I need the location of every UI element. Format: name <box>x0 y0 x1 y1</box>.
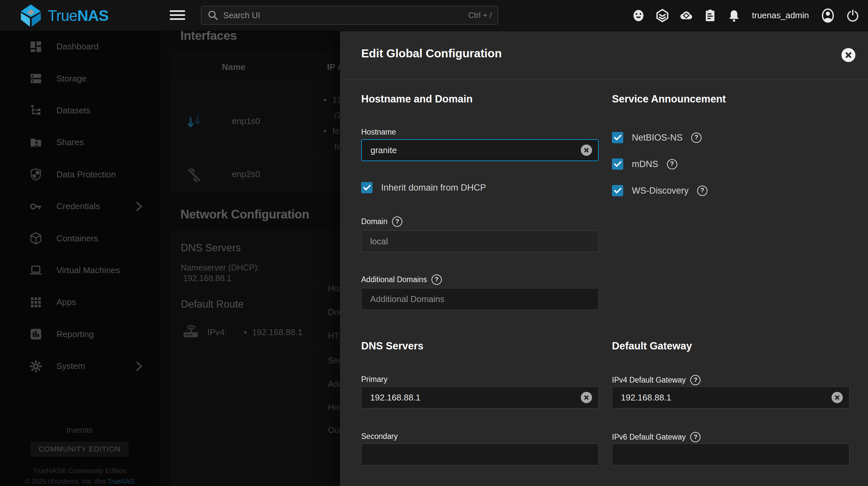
section-default-gateway: Default Gateway <box>612 340 692 352</box>
hostname-field-wrap <box>361 139 599 161</box>
help-icon[interactable] <box>691 133 702 143</box>
ipv6-gateway-label: IPv6 Default Gateway <box>612 432 701 442</box>
close-icon[interactable] <box>841 48 856 62</box>
secondary-dns-field-wrap <box>361 444 599 465</box>
secondary-dns-label: Secondary <box>361 432 398 441</box>
additional-domains-input[interactable] <box>361 288 599 310</box>
power-icon[interactable] <box>846 9 859 22</box>
jobs-clipboard-icon[interactable] <box>704 9 717 22</box>
section-hostname-domain: Hostname and Domain <box>361 93 473 105</box>
truenas-logo-icon <box>19 4 42 27</box>
feedback-smiley-icon[interactable] <box>632 9 645 22</box>
truenas-screen: TrueNAS Search UI Ctrl + / <box>0 0 868 486</box>
search-icon <box>207 10 219 21</box>
modal-backdrop[interactable] <box>0 31 340 486</box>
search-input[interactable]: Search UI Ctrl + / <box>201 6 498 25</box>
ipv6-gateway-input[interactable] <box>612 444 849 465</box>
menu-toggle-icon[interactable] <box>170 10 185 21</box>
netbios-checkbox-row[interactable]: NetBIOS-NS <box>612 132 702 143</box>
mdns-checkbox[interactable] <box>612 159 623 170</box>
domain-field-wrap <box>361 230 599 252</box>
topbar-actions: truenas_admin <box>632 0 859 31</box>
domain-input[interactable] <box>361 230 599 252</box>
help-icon[interactable] <box>690 432 701 442</box>
primary-dns-field-wrap <box>361 387 599 409</box>
topbar: TrueNAS Search UI Ctrl + / <box>0 0 868 31</box>
ws-discovery-checkbox[interactable] <box>612 185 623 196</box>
alerts-bell-icon[interactable] <box>727 9 741 22</box>
netbios-checkbox[interactable] <box>612 132 623 143</box>
clear-primary-dns-icon[interactable] <box>581 392 592 403</box>
ipv4-gateway-input[interactable] <box>612 387 849 409</box>
primary-dns-input[interactable] <box>361 387 599 409</box>
ws-discovery-checkbox-row[interactable]: WS-Discovery <box>612 185 708 196</box>
search-placeholder: Search UI <box>223 10 260 20</box>
inherit-domain-checkbox-row[interactable]: Inherit domain from DHCP <box>361 182 486 193</box>
truenas-logo[interactable]: TrueNAS <box>19 4 108 27</box>
help-icon[interactable] <box>690 375 701 385</box>
help-icon[interactable] <box>392 217 402 227</box>
hostname-label: Hostname <box>361 128 396 137</box>
inherit-domain-checkbox[interactable] <box>361 182 372 193</box>
additional-domains-field-wrap <box>361 288 599 310</box>
section-service-announcement: Service Announcement <box>612 93 726 105</box>
username-label: truenas_admin <box>752 10 809 21</box>
clear-hostname-icon[interactable] <box>581 144 592 156</box>
help-icon[interactable] <box>667 159 677 169</box>
help-icon[interactable] <box>697 186 708 196</box>
user-avatar-icon[interactable] <box>820 8 836 23</box>
help-icon[interactable] <box>432 274 442 285</box>
clear-ipv4-gateway-icon[interactable] <box>832 392 843 403</box>
section-dns-servers: DNS Servers <box>361 340 424 352</box>
ipv6-gateway-field-wrap <box>612 444 849 465</box>
truecommand-cloud-icon[interactable] <box>680 9 693 22</box>
search-shortcut: Ctrl + / <box>468 10 492 20</box>
ix-stack-icon[interactable] <box>656 9 669 22</box>
modal-header-divider <box>340 79 868 79</box>
additional-domains-label: Additional Domains <box>361 274 442 285</box>
ipv4-gateway-label: IPv4 Default Gateway <box>612 375 701 385</box>
brand-text: TrueNAS <box>48 7 108 25</box>
edit-global-configuration-modal: Edit Global Configuration Hostname and D… <box>340 31 868 486</box>
primary-dns-label: Primary <box>361 375 388 384</box>
modal-title: Edit Global Configuration <box>361 47 502 60</box>
mdns-checkbox-row[interactable]: mDNS <box>612 159 677 170</box>
hostname-input[interactable] <box>361 139 599 161</box>
ipv4-gateway-field-wrap <box>612 387 849 409</box>
domain-label: Domain <box>361 217 402 227</box>
secondary-dns-input[interactable] <box>361 444 599 465</box>
